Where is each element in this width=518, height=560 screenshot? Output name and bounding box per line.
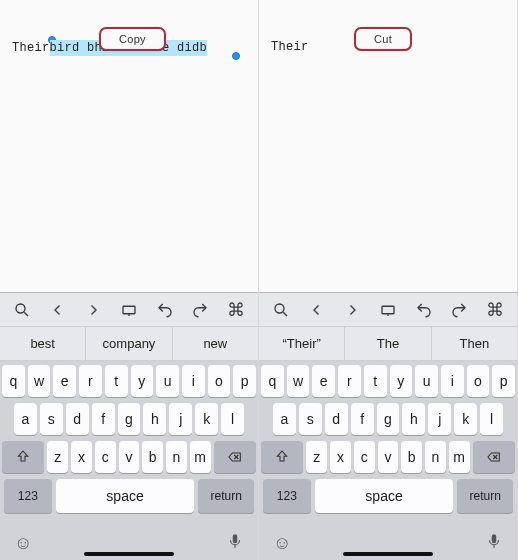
key-q[interactable]: q bbox=[261, 365, 284, 397]
key-p[interactable]: p bbox=[492, 365, 515, 397]
key-e[interactable]: e bbox=[53, 365, 76, 397]
bottom-row: 123 space return bbox=[2, 479, 256, 513]
keyboard-mode-icon[interactable] bbox=[373, 297, 403, 323]
key-h[interactable]: h bbox=[402, 403, 425, 435]
key-g[interactable]: g bbox=[118, 403, 141, 435]
chevron-left-icon[interactable] bbox=[302, 297, 332, 323]
key-b[interactable]: b bbox=[401, 441, 422, 473]
key-j[interactable]: j bbox=[169, 403, 192, 435]
suggestion-3[interactable]: new bbox=[173, 327, 258, 360]
mic-icon[interactable] bbox=[226, 532, 244, 555]
chevron-left-icon[interactable] bbox=[43, 297, 73, 323]
key-u[interactable]: u bbox=[156, 365, 179, 397]
keyboard-toolbar: ⌘ bbox=[259, 293, 517, 327]
key-s[interactable]: s bbox=[40, 403, 63, 435]
key-c[interactable]: c bbox=[95, 441, 116, 473]
emoji-icon[interactable]: ☺ bbox=[273, 533, 291, 554]
key-i[interactable]: i bbox=[182, 365, 205, 397]
key-x[interactable]: x bbox=[330, 441, 351, 473]
key-l[interactable]: l bbox=[221, 403, 244, 435]
shift-key[interactable] bbox=[261, 441, 303, 473]
key-k[interactable]: k bbox=[454, 403, 477, 435]
key-n[interactable]: n bbox=[166, 441, 187, 473]
key-s[interactable]: s bbox=[299, 403, 322, 435]
emoji-icon[interactable]: ☺ bbox=[14, 533, 32, 554]
return-key[interactable]: return bbox=[198, 479, 254, 513]
selection-handle-end[interactable] bbox=[232, 52, 240, 60]
key-y[interactable]: y bbox=[131, 365, 154, 397]
key-k[interactable]: k bbox=[195, 403, 218, 435]
svg-point-8 bbox=[275, 304, 284, 313]
space-key[interactable]: space bbox=[315, 479, 454, 513]
suggestion-1[interactable]: “Their” bbox=[259, 327, 345, 360]
context-menu-copy[interactable]: Copy bbox=[100, 28, 165, 50]
mic-icon[interactable] bbox=[485, 532, 503, 555]
key-p[interactable]: p bbox=[233, 365, 256, 397]
search-icon[interactable] bbox=[7, 297, 37, 323]
key-d[interactable]: d bbox=[325, 403, 348, 435]
key-w[interactable]: w bbox=[28, 365, 51, 397]
key-d[interactable]: d bbox=[66, 403, 89, 435]
suggestion-2[interactable]: The bbox=[345, 327, 431, 360]
key-g[interactable]: g bbox=[377, 403, 400, 435]
suggestion-3[interactable]: Then bbox=[432, 327, 517, 360]
key-l[interactable]: l bbox=[480, 403, 503, 435]
search-icon[interactable] bbox=[266, 297, 296, 323]
context-menu-cut[interactable]: Cut bbox=[355, 28, 411, 50]
space-key[interactable]: space bbox=[56, 479, 195, 513]
text-editor-right[interactable]: Their Cut bbox=[259, 0, 517, 290]
keyboard-mode-icon[interactable] bbox=[114, 297, 144, 323]
undo-icon[interactable] bbox=[150, 297, 180, 323]
key-c[interactable]: c bbox=[354, 441, 375, 473]
delete-key[interactable] bbox=[473, 441, 515, 473]
key-f[interactable]: f bbox=[92, 403, 115, 435]
return-key[interactable]: return bbox=[457, 479, 513, 513]
suggestion-2[interactable]: company bbox=[86, 327, 172, 360]
redo-icon[interactable] bbox=[185, 297, 215, 323]
context-menu-label: Copy bbox=[119, 33, 146, 45]
key-z[interactable]: z bbox=[306, 441, 327, 473]
key-u[interactable]: u bbox=[415, 365, 438, 397]
key-t[interactable]: t bbox=[364, 365, 387, 397]
key-h[interactable]: h bbox=[143, 403, 166, 435]
key-y[interactable]: y bbox=[390, 365, 413, 397]
key-a[interactable]: a bbox=[273, 403, 296, 435]
key-b[interactable]: b bbox=[142, 441, 163, 473]
suggestion-1[interactable]: best bbox=[0, 327, 86, 360]
command-icon[interactable]: ⌘ bbox=[221, 297, 251, 323]
key-m[interactable]: m bbox=[190, 441, 211, 473]
numbers-key[interactable]: 123 bbox=[263, 479, 311, 513]
row2: asdfghjkl bbox=[2, 403, 256, 435]
key-r[interactable]: r bbox=[338, 365, 361, 397]
key-v[interactable]: v bbox=[119, 441, 140, 473]
home-indicator[interactable] bbox=[343, 552, 433, 556]
command-icon[interactable]: ⌘ bbox=[480, 297, 510, 323]
numbers-key[interactable]: 123 bbox=[4, 479, 52, 513]
key-o[interactable]: o bbox=[208, 365, 231, 397]
text-editor-left[interactable]: Their bird bhi ohi she didb Copy bbox=[0, 0, 258, 290]
key-f[interactable]: f bbox=[351, 403, 374, 435]
key-n[interactable]: n bbox=[425, 441, 446, 473]
key-t[interactable]: t bbox=[105, 365, 128, 397]
key-w[interactable]: w bbox=[287, 365, 310, 397]
key-a[interactable]: a bbox=[14, 403, 37, 435]
key-r[interactable]: r bbox=[79, 365, 102, 397]
chevron-right-icon[interactable] bbox=[337, 297, 367, 323]
key-v[interactable]: v bbox=[378, 441, 399, 473]
chevron-right-icon[interactable] bbox=[78, 297, 108, 323]
keyboard-toolbar: ⌘ bbox=[0, 293, 258, 327]
key-q[interactable]: q bbox=[2, 365, 25, 397]
delete-key[interactable] bbox=[214, 441, 256, 473]
undo-icon[interactable] bbox=[409, 297, 439, 323]
key-z[interactable]: z bbox=[47, 441, 68, 473]
key-m[interactable]: m bbox=[449, 441, 470, 473]
key-j[interactable]: j bbox=[428, 403, 451, 435]
key-x[interactable]: x bbox=[71, 441, 92, 473]
shift-key[interactable] bbox=[2, 441, 44, 473]
key-e[interactable]: e bbox=[312, 365, 335, 397]
key-o[interactable]: o bbox=[467, 365, 490, 397]
redo-icon[interactable] bbox=[444, 297, 474, 323]
key-i[interactable]: i bbox=[441, 365, 464, 397]
home-indicator[interactable] bbox=[84, 552, 174, 556]
svg-rect-6 bbox=[233, 534, 238, 543]
